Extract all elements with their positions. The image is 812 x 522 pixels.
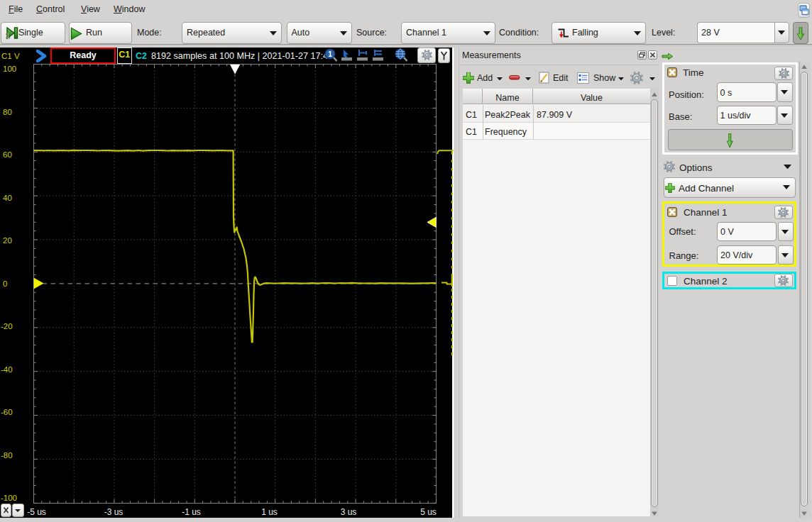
svg-text:60: 60 [3,150,12,159]
svg-text:-100: -100 [1,494,17,502]
svg-text:-20: -20 [1,322,13,331]
svg-text:20: 20 [3,236,12,245]
svg-text:-60: -60 [1,408,13,416]
svg-text:-80: -80 [1,451,13,460]
svg-text:1: 1 [6,32,10,40]
svg-text:C1 V: C1 V [1,52,20,60]
svg-text:3 us: 3 us [341,507,357,517]
svg-text:5 us: 5 us [420,507,437,517]
svg-text:100: 100 [3,65,16,73]
svg-text:1 us: 1 us [261,507,278,517]
svg-text:80: 80 [3,108,12,116]
svg-text:-5 us: -5 us [27,507,46,517]
svg-text:1: 1 [328,50,332,58]
svg-text:40: 40 [3,194,12,202]
svg-text:0: 0 [3,279,7,288]
svg-text:-3 us: -3 us [104,507,124,517]
svg-text:-1 us: -1 us [182,507,201,517]
svg-text:-40: -40 [1,365,13,374]
